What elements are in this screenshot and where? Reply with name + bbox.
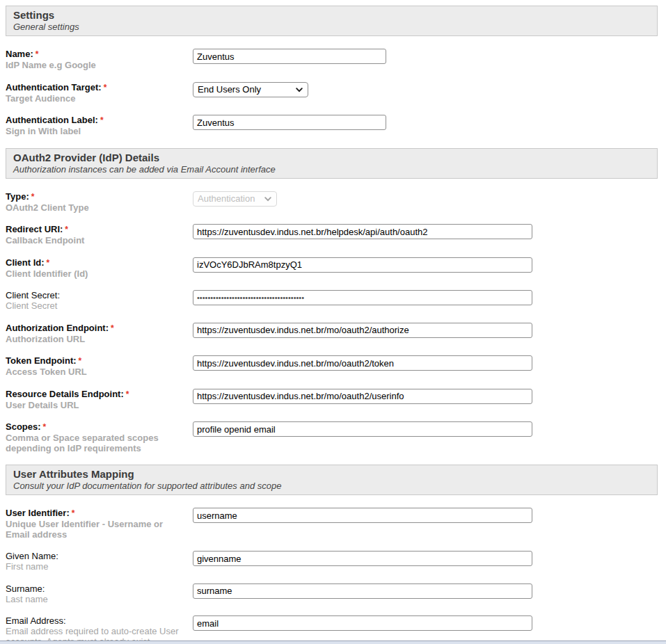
field-control-column	[193, 551, 658, 566]
redirect-uri-input[interactable]	[193, 224, 532, 239]
section-subtitle: Authorization instances can be added via…	[13, 164, 650, 175]
required-asterisk: *	[31, 192, 35, 202]
user-identifier-input[interactable]	[193, 508, 532, 523]
field-label: Given Name:	[6, 551, 193, 561]
field-control-column: Authentication	[193, 191, 658, 207]
field-control-column	[193, 615, 658, 631]
field-hint: Last name	[6, 595, 188, 605]
field-hint: OAuth2 Client Type	[6, 203, 188, 214]
section-settings: Settings General settings Name:* IdP Nam…	[6, 6, 658, 137]
field-label: Surname:	[6, 583, 193, 594]
required-asterisk: *	[72, 508, 75, 518]
token-endpoint-input[interactable]	[193, 355, 532, 371]
field-hint: Unique User Identifier - Username or Ema…	[6, 520, 188, 540]
required-asterisk: *	[65, 225, 68, 234]
field-label-column: Email Address: Email address required to…	[6, 615, 193, 644]
resource-details-endpoint-input[interactable]	[193, 389, 532, 404]
client-secret-row: Client Secret: Client Secret	[6, 290, 658, 312]
field-control-column	[193, 421, 658, 437]
section-title: Settings	[13, 9, 650, 21]
field-label-column: Given Name: First name	[6, 551, 193, 572]
field-control-column	[193, 323, 658, 338]
field-hint: Client Identifier (Id)	[6, 269, 188, 280]
field-hint: Access Token URL	[6, 367, 188, 378]
authorization-endpoint-input[interactable]	[193, 323, 532, 338]
name-input[interactable]	[193, 49, 386, 64]
given-name-input[interactable]	[193, 551, 532, 566]
type-row: Type:* OAuth2 Client Type Authentication	[6, 191, 658, 214]
resource-details-endpoint-row: Resource Details Endpoint:* User Details…	[6, 389, 658, 411]
section-oauth2-provider-details: OAuth2 Provider (IdP) Details Authorizat…	[6, 148, 658, 454]
client-id-input[interactable]	[193, 257, 532, 273]
field-label: Email Address:	[6, 615, 193, 626]
field-label-column: Client Secret: Client Secret	[6, 290, 193, 312]
field-control-column	[193, 355, 658, 371]
surname-input[interactable]	[193, 583, 532, 599]
field-control-column	[193, 257, 658, 273]
field-hint: User Details URL	[6, 401, 188, 411]
section-fields: Type:* OAuth2 Client Type Authentication…	[6, 191, 658, 454]
field-label-column: Authorization Endpoint:* Authorization U…	[6, 323, 193, 345]
type-select-wrap: Authentication	[193, 191, 277, 207]
given-name-row: Given Name: First name	[6, 551, 658, 572]
required-asterisk: *	[47, 258, 50, 268]
field-control-column	[193, 290, 658, 305]
section-header-user-attributes-mapping: User Attributes Mapping Consult your IdP…	[6, 465, 658, 495]
field-label-column: Resource Details Endpoint:* User Details…	[6, 389, 193, 411]
field-label: Scopes:*	[6, 421, 193, 433]
required-asterisk: *	[35, 49, 39, 59]
email-address-input[interactable]	[193, 615, 532, 631]
scopes-input[interactable]	[193, 421, 532, 437]
required-asterisk: *	[104, 83, 107, 92]
field-label-column: User Identifier:* Unique User Identifier…	[6, 508, 193, 540]
field-control-column	[193, 115, 658, 130]
field-hint: Sign in With label	[6, 127, 188, 137]
field-label: Authentication Target:*	[6, 82, 193, 93]
client-id-row: Client Id:* Client Identifier (Id)	[6, 257, 658, 280]
client-secret-input[interactable]	[193, 290, 532, 305]
field-label-column: Token Endpoint:* Access Token URL	[6, 355, 193, 378]
field-control-column	[193, 389, 658, 404]
authentication-target-select-wrap: End Users Only	[193, 82, 308, 97]
authentication-label-row: Authentication Label:* Sign in With labe…	[6, 115, 658, 137]
required-asterisk: *	[43, 422, 47, 432]
section-subtitle: Consult your IdP documentation for suppo…	[13, 481, 650, 491]
field-label: Client Secret:	[6, 290, 193, 300]
field-label-column: Authentication Target:* Target Audience	[6, 82, 193, 104]
field-hint: First name	[6, 562, 188, 572]
field-hint: IdP Name e.g Google	[6, 61, 188, 71]
required-asterisk: *	[111, 323, 114, 333]
field-label: User Identifier:*	[6, 508, 193, 519]
section-header-settings: Settings General settings	[6, 6, 658, 36]
name-row: Name:* IdP Name e.g Google	[6, 49, 658, 71]
redirect-uri-row: Redirect URI:* Callback Endpoint	[6, 224, 658, 246]
next-section-clipped-band	[0, 641, 666, 644]
token-endpoint-row: Token Endpoint:* Access Token URL	[6, 355, 658, 378]
user-identifier-row: User Identifier:* Unique User Identifier…	[6, 508, 658, 540]
required-asterisk: *	[79, 356, 82, 366]
field-label-column: Redirect URI:* Callback Endpoint	[6, 224, 193, 246]
section-fields: User Identifier:* Unique User Identifier…	[6, 508, 658, 644]
field-control-column: End Users Only	[193, 82, 658, 97]
section-header-oauth2-provider-details: OAuth2 Provider (IdP) Details Authorizat…	[6, 148, 658, 179]
field-hint: Callback Endpoint	[6, 236, 188, 246]
field-label-column: Name:* IdP Name e.g Google	[6, 49, 193, 71]
authentication-target-select[interactable]: End Users Only	[193, 82, 308, 97]
field-label-column: Client Id:* Client Identifier (Id)	[6, 257, 193, 280]
field-label: Client Id:*	[6, 257, 193, 268]
field-label: Name:*	[6, 49, 193, 60]
field-hint: Comma or Space separated scopes dependin…	[6, 433, 188, 453]
authentication-target-row: Authentication Target:* Target Audience …	[6, 82, 658, 104]
email-address-row: Email Address: Email address required to…	[6, 615, 658, 644]
surname-row: Surname: Last name	[6, 583, 658, 605]
section-user-attributes-mapping: User Attributes Mapping Consult your IdP…	[6, 465, 658, 644]
scopes-row: Scopes:* Comma or Space separated scopes…	[6, 421, 658, 453]
field-control-column	[193, 49, 658, 64]
type-select: Authentication	[193, 191, 277, 207]
field-label: Type:*	[6, 191, 193, 202]
required-asterisk: *	[100, 115, 104, 125]
field-label: Redirect URI:*	[6, 224, 193, 235]
authentication-label-input[interactable]	[193, 115, 386, 130]
field-hint: Client Secret	[6, 301, 188, 312]
field-label: Authorization Endpoint:*	[6, 323, 193, 334]
